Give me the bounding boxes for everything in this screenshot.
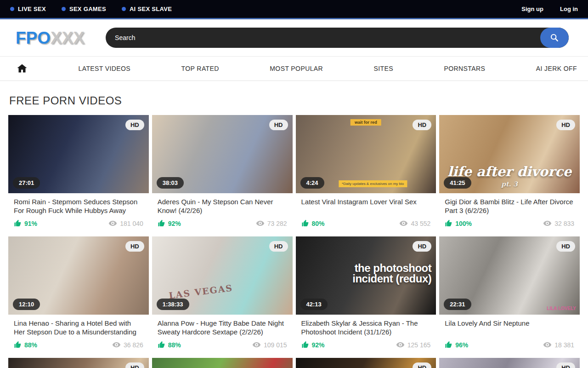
view-count: 181 040 bbox=[120, 220, 143, 227]
topbar-auth: Sign up Log in bbox=[521, 6, 578, 12]
nav-item-ai-jerk-off[interactable]: AI JERK OFF bbox=[536, 65, 577, 72]
like-percent: 92% bbox=[312, 341, 325, 349]
nav-item-top-rated[interactable]: TOP RATED bbox=[181, 65, 219, 72]
logo-text-xxx: XXX bbox=[51, 29, 85, 47]
like-percent: 88% bbox=[168, 341, 181, 349]
video-thumbnail[interactable]: 12:10 HD bbox=[8, 236, 149, 315]
login-link[interactable]: Log in bbox=[560, 6, 578, 12]
topbar-link-ai-sex-slave[interactable]: AI SEX SLAVE bbox=[122, 6, 172, 12]
video-card: HD bbox=[439, 358, 580, 368]
like-rating: 88% bbox=[14, 341, 37, 349]
home-icon bbox=[17, 63, 28, 74]
video-thumbnail[interactable]: HD bbox=[439, 358, 580, 368]
video-stats: 91% 181 040 bbox=[14, 219, 143, 228]
like-percent: 91% bbox=[24, 220, 37, 227]
thumbs-up-icon bbox=[445, 219, 452, 227]
video-thumbnail[interactable]: 42:13 HD the photoshoot incident (redux) bbox=[296, 236, 436, 315]
eye-icon bbox=[252, 340, 261, 349]
video-title[interactable]: Romi Rain - Stepmom Seduces Stepson For … bbox=[14, 198, 143, 216]
bullet-icon bbox=[122, 7, 126, 11]
eye-icon bbox=[396, 340, 405, 349]
like-percent: 88% bbox=[24, 341, 37, 349]
video-thumbnail[interactable]: HD bbox=[8, 358, 149, 368]
search-icon bbox=[549, 33, 560, 43]
video-card: HD bbox=[8, 358, 149, 368]
thumbnail-overlay-text: wait for red bbox=[351, 119, 381, 126]
video-thumbnail[interactable]: 27:01 HD bbox=[8, 115, 149, 193]
video-info: Latest Viral Instagram Lover Viral Sex 8… bbox=[296, 193, 436, 232]
video-title[interactable]: Latest Viral Instagram Lover Viral Sex bbox=[301, 198, 431, 216]
view-counter: 125 165 bbox=[396, 340, 431, 349]
thumbs-up-icon bbox=[445, 341, 452, 349]
hd-badge: HD bbox=[125, 241, 144, 252]
like-rating: 100% bbox=[445, 219, 472, 227]
topbar-link-label: AI SEX SLAVE bbox=[130, 6, 172, 12]
nav-item-most-popular[interactable]: MOST POPULAR bbox=[270, 65, 323, 72]
nav-item-pornstars[interactable]: PORNSTARS bbox=[444, 65, 486, 72]
video-card: 41:25 HD life after divorcept. 3 Gigi Di… bbox=[439, 115, 580, 232]
duration-badge: 27:01 bbox=[13, 177, 40, 189]
hd-badge: HD bbox=[269, 120, 288, 130]
video-thumbnail[interactable]: 38:03 HD bbox=[152, 115, 293, 193]
duration-badge: 12:10 bbox=[13, 299, 40, 310]
site-header: FPOXXX bbox=[0, 19, 588, 56]
eye-icon bbox=[543, 340, 552, 349]
signup-link[interactable]: Sign up bbox=[521, 6, 543, 12]
search-button[interactable] bbox=[540, 28, 569, 48]
video-thumbnail[interactable]: 22:31 HD LILA LOVELY bbox=[439, 236, 580, 315]
thumbs-up-icon bbox=[301, 219, 309, 227]
search-input[interactable] bbox=[106, 34, 540, 41]
video-title[interactable]: Gigi Dior & Bambi Blitz - Life After Div… bbox=[445, 198, 574, 216]
video-stats: 92% 125 165 bbox=[301, 340, 431, 349]
eye-icon bbox=[543, 219, 552, 228]
nav-item-latest-videos[interactable]: LATEST VIDEOS bbox=[79, 65, 131, 72]
eye-icon bbox=[256, 219, 265, 228]
view-counter: 32 833 bbox=[543, 219, 574, 228]
video-thumbnail[interactable]: 4:24 HD wait for red*Daily updates & exc… bbox=[296, 115, 436, 193]
thumbnail-overlay-text: LAS VEGAS bbox=[169, 282, 234, 300]
like-rating: 88% bbox=[158, 341, 181, 349]
like-rating: 96% bbox=[445, 341, 468, 349]
video-thumbnail[interactable]: 1:38:33 HD LAS VEGAS bbox=[152, 236, 293, 315]
site-logo[interactable]: FPOXXX bbox=[16, 29, 85, 46]
nav-item-sites[interactable]: SITES bbox=[374, 65, 393, 72]
thumbnail-overlay-text: the photoshoot incident (redux) bbox=[350, 263, 431, 284]
video-title[interactable]: Lila Lovely And Sir Neptune bbox=[445, 319, 574, 338]
thumbnail-overlay-text: *Daily updates & exclusives on my bio bbox=[339, 180, 407, 187]
video-title[interactable]: Aderes Quin - My Stepson Can Never Know!… bbox=[158, 198, 287, 216]
video-info: Lila Lovely And Sir Neptune 96% bbox=[439, 315, 580, 354]
video-stats: 92% 73 282 bbox=[158, 219, 287, 228]
hd-badge: HD bbox=[125, 362, 144, 368]
video-thumbnail[interactable]: HD bbox=[296, 358, 436, 368]
video-card: 22:31 HD LILA LOVELY Lila Lovely And Sir… bbox=[439, 236, 580, 354]
video-title[interactable]: Alanna Pow - Huge Titty Babe Date Night … bbox=[158, 319, 287, 338]
main-nav: LATEST VIDEOS TOP RATED MOST POPULAR SIT… bbox=[0, 56, 588, 81]
view-counter: 181 040 bbox=[108, 219, 143, 228]
video-stats: 96% 18 381 bbox=[445, 340, 574, 349]
view-count: 36 826 bbox=[124, 341, 143, 349]
like-rating: 91% bbox=[14, 219, 37, 227]
thumbs-up-icon bbox=[158, 219, 165, 227]
duration-badge: 42:13 bbox=[300, 299, 328, 310]
video-title[interactable]: Elizabeth Skylar & Jessica Ryan - The Ph… bbox=[301, 319, 431, 338]
topbar-link-live-sex[interactable]: LIVE SEX bbox=[10, 6, 46, 12]
topbar-link-sex-games[interactable]: SEX GAMES bbox=[62, 6, 106, 12]
video-title[interactable]: Lina Henao - Sharing a Hotel Bed with He… bbox=[14, 319, 143, 338]
hd-badge: HD bbox=[269, 241, 288, 252]
like-rating: 92% bbox=[158, 219, 181, 227]
video-card: 4:24 HD wait for red*Daily updates & exc… bbox=[296, 115, 436, 232]
topbar-links: LIVE SEX SEX GAMES AI SEX SLAVE bbox=[10, 6, 172, 12]
view-count: 73 282 bbox=[267, 220, 287, 227]
bullet-icon bbox=[10, 7, 14, 11]
hd-badge: HD bbox=[413, 362, 431, 368]
home-button[interactable] bbox=[17, 63, 28, 74]
video-thumbnail[interactable] bbox=[152, 358, 293, 368]
video-stats: 88% 109 015 bbox=[158, 340, 287, 349]
hd-badge: HD bbox=[556, 362, 575, 368]
view-counter: 18 381 bbox=[543, 340, 574, 349]
like-rating: 80% bbox=[301, 219, 325, 227]
video-stats: 88% 36 826 bbox=[14, 340, 143, 349]
video-card: HD bbox=[296, 358, 436, 368]
video-thumbnail[interactable]: 41:25 HD life after divorcept. 3 bbox=[439, 115, 580, 193]
logo-text-fpo: FPO bbox=[16, 29, 51, 47]
